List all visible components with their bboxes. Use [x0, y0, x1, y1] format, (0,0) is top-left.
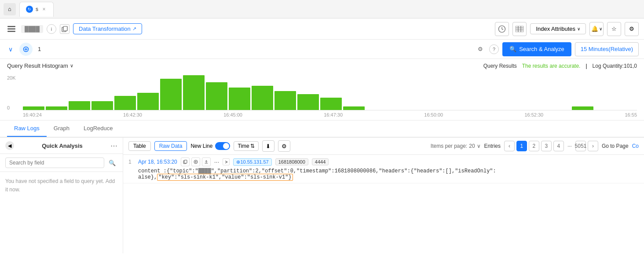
log-num-tag-1: 1681808000 — [275, 158, 308, 165]
page-4-button[interactable]: 4 — [553, 141, 564, 151]
log-more-button[interactable]: ··· — [214, 158, 220, 165]
collapse-button[interactable]: ∨ — [5, 44, 16, 55]
log-content-line1: content :{"topic":"████","partition":2,"… — [138, 168, 496, 174]
histogram-bar — [320, 98, 342, 110]
star-button[interactable]: ☆ — [607, 22, 621, 36]
raw-data-button[interactable]: Raw Data — [154, 141, 187, 151]
page-last-button[interactable]: 5051 — [575, 141, 586, 151]
toolbar-left: ████ i Data Transformation ↗ — [5, 23, 491, 35]
index-attributes-button[interactable]: Index Attributes ∨ — [530, 23, 586, 34]
separator: | — [585, 63, 587, 69]
main-content: ◀ Quick Analysis ⋯ 🔍 You have not specif… — [0, 137, 644, 253]
browser-tab[interactable]: ↻ s × — [19, 2, 54, 17]
page-3-button[interactable]: 3 — [541, 141, 552, 151]
col-cutoff-label: Co — [632, 143, 639, 149]
copy-button[interactable] — [60, 24, 70, 34]
log-toolbar: Table Raw Data New Line Time ⇅ ⬇ ⚙ Items… — [123, 138, 644, 155]
quick-analysis-header: ◀ Quick Analysis ⋯ — [0, 138, 123, 154]
quick-analysis-back-button[interactable]: ◀ — [5, 141, 14, 150]
table-view-button[interactable]: Table — [128, 141, 151, 151]
home-button[interactable]: ⌂ — [4, 3, 16, 15]
histogram-bar — [91, 101, 113, 110]
histogram-bar — [137, 93, 159, 110]
log-context-button[interactable] — [191, 157, 200, 166]
x-label-6: 16:52:30 — [524, 112, 543, 117]
histogram-bar — [23, 106, 44, 110]
log-expand-button[interactable]: > — [223, 158, 230, 165]
time-range-button[interactable]: 15 Minutes(Relative) — [575, 42, 639, 56]
home-icon: ⌂ — [8, 6, 11, 12]
settings-icon: ⚙ — [629, 26, 634, 32]
histogram-bar — [69, 101, 90, 110]
histogram-dropdown-icon: ∨ — [70, 63, 73, 69]
log-entry-number: 1 — [128, 159, 135, 165]
log-copy-button[interactable] — [181, 157, 190, 166]
log-toolbar-right: Items per page: 20 ∨ Entries ‹ 1 2 3 4 ·… — [431, 141, 639, 151]
histogram-section: Query Result Histogram ∨ Query Results T… — [0, 59, 644, 121]
bars-container — [23, 75, 637, 110]
bell-icon: 🔔 — [591, 26, 598, 32]
index-attributes-label: Index Attributes — [536, 26, 575, 32]
x-label-1: 16:40:24 — [23, 112, 42, 117]
query-number: 1 — [36, 46, 43, 52]
tab-logreduce[interactable]: LogReduce — [77, 121, 120, 137]
search-analyze-button[interactable]: 🔍 Search & Analyze — [502, 42, 571, 56]
search-by-field-button[interactable]: 🔍 — [107, 157, 117, 168]
back-icon: ◀ — [8, 143, 11, 149]
bell-button[interactable]: 🔔 ∨ — [589, 22, 604, 36]
log-ip-tag: ⊕10.55.131.57 — [233, 158, 271, 166]
log-entry-header: 1 Apr 18, 16:53:20 ··· > ⊕10.55.131.57 — [128, 157, 639, 166]
settings-button[interactable]: ⚙ — [625, 22, 639, 36]
speed-button[interactable] — [495, 22, 509, 36]
search-bar-right: ⚙ ? 🔍 Search & Analyze 15 Minutes(Relati… — [475, 42, 639, 56]
prev-page-button[interactable]: ‹ — [504, 141, 515, 151]
histogram-chart: 20K 0 16:40:24 16:42:30 16:45:00 16:47:3… — [7, 71, 637, 119]
data-transformation-label: Data Transformation — [79, 26, 131, 32]
browser-chrome: ⌂ ↻ s × — [0, 0, 644, 18]
page-2-button[interactable]: 2 — [529, 141, 539, 151]
x-axis: 16:40:24 16:42:30 16:45:00 16:47:30 16:5… — [23, 110, 637, 117]
external-link-icon: ↗ — [132, 26, 136, 32]
index-attr-dropdown-icon: ∨ — [577, 26, 580, 31]
data-transformation-button[interactable]: Data Transformation ↗ — [73, 23, 142, 34]
table-view-icon[interactable] — [512, 22, 527, 36]
page-1-button[interactable]: 1 — [516, 141, 527, 151]
histogram-bar — [297, 94, 319, 110]
svg-rect-13 — [184, 160, 187, 163]
quick-analysis-search: 🔍 — [0, 154, 123, 172]
accurate-label: The results are accurate. — [522, 63, 581, 69]
stack-icon[interactable] — [5, 23, 18, 35]
help-icon[interactable]: ? — [489, 44, 499, 54]
download-button[interactable]: ⬇ — [262, 140, 274, 152]
tabs-row: Raw Logs Graph LogReduce — [0, 121, 644, 137]
x-label-4: 16:47:30 — [324, 112, 343, 117]
tab-graph[interactable]: Graph — [47, 121, 77, 137]
search-by-field-input[interactable] — [5, 157, 104, 168]
bell-dropdown-icon: ∨ — [599, 26, 602, 31]
svg-rect-4 — [63, 26, 67, 31]
histogram-bar — [160, 79, 182, 110]
tab-raw-logs[interactable]: Raw Logs — [7, 121, 47, 137]
query-settings-icon[interactable]: ⚙ — [475, 44, 486, 55]
quick-analysis-sidebar: ◀ Quick Analysis ⋯ 🔍 You have not specif… — [0, 138, 123, 253]
new-line-toggle-switch[interactable] — [215, 142, 230, 150]
tabs-area: Raw Logs Graph LogReduce — [0, 121, 644, 137]
histogram-title-button[interactable]: Query Result Histogram ∨ — [7, 62, 73, 69]
y-label-0: 0 — [7, 105, 23, 110]
time-sort-button[interactable]: Time ⇅ — [234, 141, 258, 151]
histogram-bar — [274, 91, 296, 110]
histogram-header: Query Result Histogram ∨ Query Results T… — [7, 62, 637, 69]
info-button[interactable]: i — [47, 24, 56, 34]
query-icon[interactable] — [19, 43, 33, 56]
log-export-button[interactable] — [202, 157, 211, 166]
column-settings-button[interactable]: ⚙ — [278, 140, 290, 152]
svg-rect-0 — [7, 26, 15, 27]
tab-title: s — [36, 6, 38, 12]
histogram-bar — [343, 106, 365, 110]
log-timestamp[interactable]: Apr 18, 16:53:20 — [138, 159, 177, 165]
next-page-button[interactable]: › — [588, 141, 598, 151]
search-magnifier-icon: 🔍 — [509, 46, 516, 52]
highlighted-key-value: "key":"sls-sink-k1","value":"sls-sink-v1… — [157, 174, 293, 181]
tab-close-button[interactable]: × — [41, 6, 47, 12]
quick-analysis-more-button[interactable]: ⋯ — [110, 142, 117, 150]
